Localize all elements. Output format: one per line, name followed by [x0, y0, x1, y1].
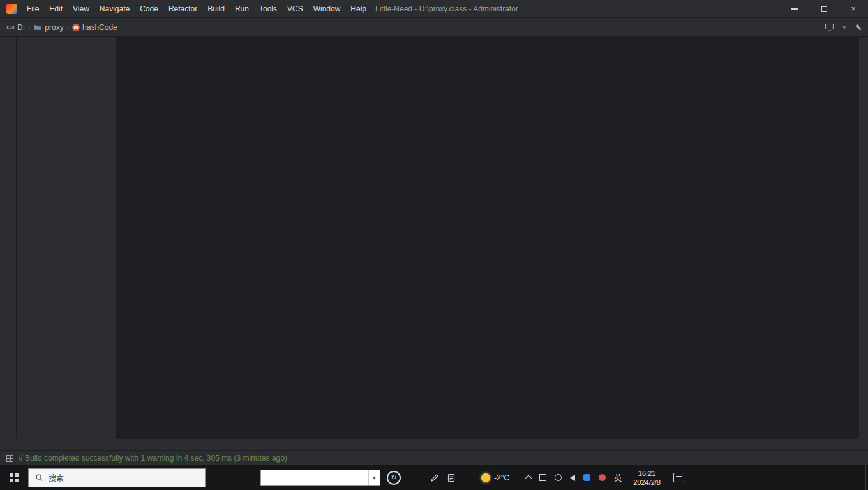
menu-refactor[interactable]: Refactor: [163, 0, 202, 17]
main-toolbar: D:›proxy›mhashCode ▾: [0, 18, 868, 37]
taskbar-widget-pen-icon[interactable]: [430, 473, 439, 482]
show-desktop-button[interactable]: [865, 465, 868, 490]
window-controls: ×: [780, 0, 868, 18]
menu-code[interactable]: Code: [135, 0, 163, 17]
menu-run[interactable]: Run: [230, 0, 254, 17]
clock-date: 2024/2/8: [633, 478, 661, 487]
maximize-button[interactable]: [809, 0, 839, 18]
menu-window[interactable]: Window: [308, 0, 346, 17]
clock-time: 16:21: [633, 469, 661, 478]
breadcrumb-label: hashCode: [82, 23, 117, 32]
drive-icon: [6, 23, 15, 31]
run-toolbar: ▾: [825, 22, 868, 32]
taskbar-weather[interactable]: -2°C: [481, 473, 509, 482]
tool-window-bar: [0, 439, 868, 450]
tray-expand-icon[interactable]: [525, 475, 532, 482]
chevron-down-icon: ▾: [842, 24, 846, 31]
system-tray: 英: [526, 472, 622, 483]
taskbar-circle-button[interactable]: ↻: [387, 471, 401, 485]
method-icon: m: [72, 24, 80, 31]
menu-help[interactable]: Help: [345, 0, 371, 17]
hammer-icon[interactable]: [854, 23, 863, 32]
breadcrumb: D:›proxy›mhashCode: [0, 23, 117, 32]
device-selector-icon[interactable]: [825, 22, 834, 32]
minimize-button[interactable]: [780, 0, 809, 18]
action-center-icon[interactable]: [673, 473, 684, 482]
taskbar-search[interactable]: 搜索: [28, 468, 206, 487]
menu-file[interactable]: File: [22, 0, 44, 17]
menu-navigate[interactable]: Navigate: [94, 0, 135, 17]
breadcrumb-label: proxy: [45, 23, 63, 32]
project-panel-header: [17, 37, 116, 56]
title-bar: FileEditViewNavigateCodeRefactorBuildRun…: [0, 0, 868, 18]
tray-app2-icon[interactable]: [555, 474, 562, 481]
menu-tools[interactable]: Tools: [254, 0, 282, 17]
right-tool-stripe: [858, 37, 868, 439]
taskbar-clock[interactable]: 16:21 2024/2/8: [633, 469, 661, 487]
tray-app4-icon[interactable]: [599, 474, 606, 481]
sun-icon: [481, 473, 490, 482]
ide-window: FileEditViewNavigateCodeRefactorBuildRun…: [0, 0, 868, 490]
windows-taskbar: 搜索 ▾ ↻ -2°C 英 16:21 2024/2/8: [0, 465, 868, 490]
volume-icon[interactable]: [570, 475, 575, 481]
weather-temperature: -2°C: [494, 473, 509, 482]
breadcrumb-separator-icon: ›: [67, 24, 69, 31]
project-panel: [17, 37, 117, 439]
breadcrumb-item-proxy[interactable]: proxy: [33, 23, 63, 32]
ime-indicator[interactable]: 英: [614, 472, 622, 483]
close-button[interactable]: ×: [839, 0, 868, 18]
menu-bar: FileEditViewNavigateCodeRefactorBuildRun…: [22, 0, 371, 17]
window-title: Little-Need - D:\proxy.class - Administr…: [375, 4, 518, 13]
breadcrumb-label: D:: [17, 23, 25, 32]
chevron-down-icon[interactable]: ▾: [368, 470, 380, 485]
app-logo-icon[interactable]: [6, 4, 17, 14]
search-icon: [35, 473, 43, 482]
folder-icon: [33, 23, 42, 32]
menu-build[interactable]: Build: [202, 0, 230, 17]
breadcrumb-item-hashcode[interactable]: mhashCode: [72, 23, 117, 32]
layout-grid-icon[interactable]: [6, 455, 13, 462]
windows-logo-icon: [10, 473, 19, 482]
start-button[interactable]: [0, 465, 28, 490]
tray-app3-icon[interactable]: [583, 474, 590, 481]
editor-area: [117, 37, 858, 439]
menu-edit[interactable]: Edit: [44, 0, 68, 17]
menu-view[interactable]: View: [68, 0, 94, 17]
menu-vcs[interactable]: VCS: [282, 0, 308, 17]
left-tool-stripe: [0, 37, 17, 439]
taskbar-widget-doc-icon[interactable]: [447, 473, 456, 482]
status-message: // Build completed successfully with 1 w…: [19, 454, 287, 463]
taskbar-search-placeholder: 搜索: [49, 472, 64, 483]
tray-app1-icon[interactable]: [539, 474, 546, 481]
taskbar-combobox[interactable]: ▾: [260, 470, 380, 486]
status-bar: // Build completed successfully with 1 w…: [0, 450, 868, 465]
breadcrumb-separator-icon: ›: [28, 24, 30, 31]
breadcrumb-item-d[interactable]: D:: [6, 23, 25, 32]
